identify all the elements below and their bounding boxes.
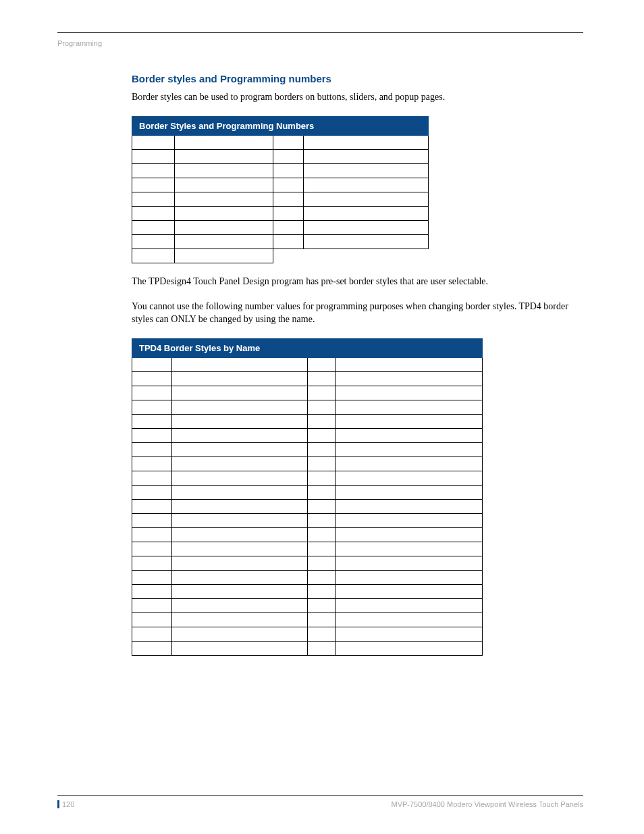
table-cell xyxy=(336,627,483,641)
table-cell xyxy=(132,249,175,263)
table-cell xyxy=(304,249,429,263)
table-row xyxy=(132,570,483,584)
table-cell xyxy=(336,598,483,613)
mid-paragraph-2: You cannot use the following number valu… xyxy=(132,301,584,326)
table-cell xyxy=(336,527,483,542)
table-cell xyxy=(308,542,336,556)
table-cell xyxy=(308,584,336,598)
table-cell xyxy=(308,485,336,499)
table-cell xyxy=(132,414,172,428)
table2-title: TPD4 Border Styles by Name xyxy=(132,338,483,357)
table-row xyxy=(132,234,429,249)
table-cell xyxy=(132,371,172,386)
table-row xyxy=(132,220,429,234)
table-cell xyxy=(172,556,308,570)
table-cell xyxy=(336,400,483,414)
table-cell xyxy=(175,163,273,178)
table-cell xyxy=(132,527,172,542)
section-title: Border styles and Programming numbers xyxy=(132,73,584,84)
intro-paragraph: Border styles can be used to program bor… xyxy=(132,91,584,104)
table-row xyxy=(132,414,483,428)
main-content: Border styles and Programming numbers Bo… xyxy=(132,73,584,668)
table-row xyxy=(132,386,483,400)
table-cell xyxy=(132,556,172,570)
table-cell xyxy=(172,386,308,400)
table1-title: Border Styles and Programming Numbers xyxy=(132,116,429,135)
table-row xyxy=(132,471,483,485)
table-cell xyxy=(336,513,483,527)
table-cell xyxy=(273,163,304,178)
table-cell xyxy=(308,598,336,613)
table-cell xyxy=(304,149,429,163)
table-cell xyxy=(304,234,429,249)
table-row xyxy=(132,513,483,527)
table-row xyxy=(132,442,483,457)
running-header: Programming xyxy=(57,39,102,47)
table-cell xyxy=(172,428,308,442)
table-cell xyxy=(336,442,483,457)
table-cell xyxy=(304,192,429,206)
table-cell xyxy=(132,584,172,598)
table-cell xyxy=(336,386,483,400)
table-cell xyxy=(336,542,483,556)
tpd4-border-styles-table: TPD4 Border Styles by Name xyxy=(132,338,483,656)
table-cell xyxy=(308,428,336,442)
table-row xyxy=(132,556,483,570)
table-cell xyxy=(273,135,304,149)
table-cell xyxy=(132,163,175,178)
table-cell xyxy=(132,627,172,641)
table-cell xyxy=(308,442,336,457)
table-cell xyxy=(336,414,483,428)
table-cell xyxy=(336,457,483,471)
table-cell xyxy=(132,613,172,627)
table-cell xyxy=(132,513,172,527)
table-cell xyxy=(273,234,304,249)
table-cell xyxy=(304,220,429,234)
table-cell xyxy=(308,641,336,655)
table-row xyxy=(132,428,483,442)
table-cell xyxy=(308,570,336,584)
table-row xyxy=(132,192,429,206)
table-cell xyxy=(308,414,336,428)
table-row xyxy=(132,613,483,627)
table-row xyxy=(132,135,429,149)
table-cell xyxy=(273,192,304,206)
table-row xyxy=(132,527,483,542)
table-row xyxy=(132,542,483,556)
table-row xyxy=(132,584,483,598)
table-cell xyxy=(308,371,336,386)
table-cell xyxy=(308,613,336,627)
table-cell xyxy=(273,220,304,234)
table-row xyxy=(132,598,483,613)
table-cell xyxy=(172,471,308,485)
table-row xyxy=(132,400,483,414)
table-row xyxy=(132,178,429,192)
table-cell xyxy=(175,220,273,234)
table-cell xyxy=(132,386,172,400)
table-cell xyxy=(175,206,273,220)
table-cell xyxy=(132,641,172,655)
table-cell xyxy=(336,471,483,485)
table-cell xyxy=(175,234,273,249)
table-cell xyxy=(308,627,336,641)
table-cell xyxy=(132,598,172,613)
table-cell xyxy=(308,457,336,471)
table-cell xyxy=(273,149,304,163)
border-styles-numbers-table: Border Styles and Programming Numbers xyxy=(132,116,429,263)
footer-doc-title: MVP-7500/8400 Modero Viewpoint Wireless … xyxy=(391,800,583,808)
top-rule xyxy=(57,32,583,33)
table-cell xyxy=(308,513,336,527)
table-cell xyxy=(172,457,308,471)
table-row xyxy=(132,357,483,371)
table-cell xyxy=(172,627,308,641)
table-cell xyxy=(132,457,172,471)
table-cell xyxy=(336,584,483,598)
table-row xyxy=(132,457,483,471)
table-cell xyxy=(175,192,273,206)
table-cell xyxy=(172,485,308,499)
table-cell xyxy=(336,613,483,627)
table-cell xyxy=(132,485,172,499)
table-cell xyxy=(336,357,483,371)
table-row xyxy=(132,163,429,178)
table-row xyxy=(132,371,483,386)
